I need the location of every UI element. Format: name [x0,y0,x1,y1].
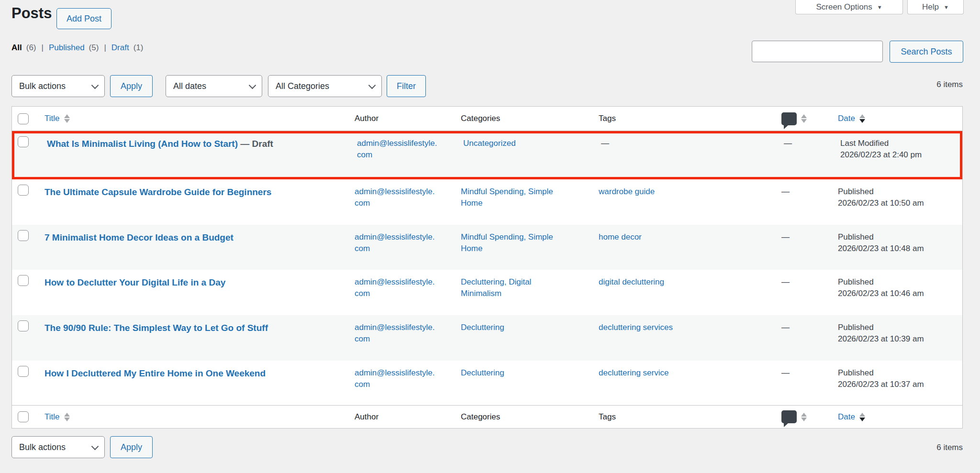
table-footer-row: Title Author Categories Tags Date [12,405,962,428]
select-post-checkbox[interactable] [18,366,29,377]
sort-arrows-icon [859,413,865,421]
post-tags-link[interactable]: decluttering services [599,323,673,332]
page-title: Posts [11,5,52,22]
post-author-link[interactable]: admin@lessislifestyle.com [355,186,437,209]
comment-bubble-icon [781,410,797,423]
post-tags-link[interactable]: wardrobe guide [599,187,655,196]
post-row: The 90/90 Rule: The Simplest Way to Let … [12,315,962,361]
column-comments-sort[interactable] [781,410,807,423]
bulk-actions-value: Bulk actions [19,81,66,91]
column-author: Author [355,114,379,123]
post-date-status: Last Modified [840,138,960,149]
post-date-status: Published [838,367,958,379]
add-post-button[interactable]: Add Post [56,8,111,29]
post-tags-link[interactable]: home decor [599,232,642,242]
chevron-down-icon [91,81,99,89]
select-all-checkbox[interactable] [18,411,29,422]
post-categories-link[interactable]: Decluttering [461,367,567,379]
view-all-link[interactable]: All [11,43,22,53]
caret-down-icon: ▼ [944,4,949,10]
table-header-row: Title Author Categories Tags Date [12,107,962,131]
post-title-link[interactable]: The 90/90 Rule: The Simplest Way to Let … [45,323,268,333]
screen-options-button[interactable]: Screen Options ▼ [795,0,903,14]
help-button[interactable]: Help ▼ [907,0,964,14]
search-posts-button[interactable]: Search Posts [890,41,963,63]
sort-arrows-icon [859,114,865,123]
post-row: The Ultimate Capsule Wardrobe Guide for … [12,179,962,225]
post-date-value: 2026/02/23 at 10:39 am [838,333,958,345]
sort-arrows-icon [801,413,807,421]
column-categories: Categories [461,114,500,123]
post-row: 7 Minimalist Home Decor Ideas on a Budge… [12,225,962,270]
bulk-actions-select[interactable]: Bulk actions [11,436,105,458]
column-tags: Tags [599,412,616,422]
select-post-checkbox[interactable] [18,320,29,331]
apply-button[interactable]: Apply [110,75,153,97]
post-date-value: 2026/02/23 at 10:48 am [838,243,958,254]
post-title-link[interactable]: The Ultimate Capsule Wardrobe Guide for … [45,187,271,197]
filter-button[interactable]: Filter [387,75,426,97]
post-author-link[interactable]: admin@lessislifestyle.com [355,367,437,390]
sort-arrows-icon [64,114,70,123]
post-author-link[interactable]: admin@lessislifestyle.com [355,276,437,299]
post-title-link[interactable]: How to Declutter Your Digital Life in a … [45,277,225,287]
apply-button[interactable]: Apply [110,436,153,458]
search-input[interactable] [752,41,883,62]
post-tags-value: — [601,139,609,148]
post-categories-link[interactable]: Uncategorized [463,138,569,149]
post-title-link[interactable]: What Is Minimalist Living (And How to St… [47,139,238,149]
select-post-checkbox[interactable] [18,136,29,147]
post-tags-link[interactable]: decluttering service [599,368,668,377]
chevron-down-icon [249,81,256,89]
post-comments-value: — [781,232,790,242]
post-categories-link[interactable]: Mindful Spending, Simple Home [461,186,567,209]
column-comments-sort[interactable] [781,112,807,125]
post-categories-link[interactable]: Mindful Spending, Simple Home [461,231,567,254]
post-author-link[interactable]: admin@lessislifestyle.com [355,231,437,254]
select-post-checkbox[interactable] [18,230,29,241]
dates-filter-select[interactable]: All dates [166,75,262,97]
column-title-sort[interactable]: Title [45,412,70,422]
post-state-label: — Draft [238,139,273,149]
post-comments-value: — [781,368,790,377]
post-date-value: 2026/02/23 at 10:50 am [838,198,958,209]
column-date-sort[interactable]: Date [838,412,865,422]
view-published-link[interactable]: Published [49,43,85,53]
sort-arrows-icon [64,413,70,421]
column-author: Author [355,412,379,422]
post-author-link[interactable]: admin@lessislifestyle.com [357,138,439,161]
post-date-status: Published [838,276,958,288]
select-all-checkbox[interactable] [18,113,29,124]
chevron-down-icon [368,81,376,89]
select-post-checkbox[interactable] [18,185,29,196]
view-draft-count: (1) [134,43,144,53]
post-categories-link[interactable]: Decluttering [461,322,567,333]
view-draft-link[interactable]: Draft [111,43,129,53]
posts-table: Title Author Categories Tags Date [11,106,963,429]
post-categories-link[interactable]: Decluttering, Digital Minimalism [461,276,567,299]
caret-down-icon: ▼ [877,4,882,10]
bulk-actions-select[interactable]: Bulk actions [11,75,105,97]
post-title-link[interactable]: How I Decluttered My Entire Home in One … [45,368,266,378]
post-row: How I Decluttered My Entire Home in One … [12,361,962,405]
post-comments-value: — [781,277,790,286]
post-date-value: 2026/02/23 at 2:40 pm [840,149,960,161]
view-all-count: (6) [26,43,36,53]
views-filter: All (6) | Published (5) | Draft (1) [11,43,143,53]
post-tags-link[interactable]: digital decluttering [599,277,664,286]
select-post-checkbox[interactable] [18,275,29,286]
post-date-value: 2026/02/23 at 10:37 am [838,379,958,390]
help-label: Help [922,2,939,12]
views-separator: | [103,43,107,53]
post-date-value: 2026/02/23 at 10:46 am [838,288,958,299]
views-separator: | [41,43,45,53]
dates-filter-value: All dates [173,81,206,91]
post-date-status: Published [838,231,958,243]
column-date-sort[interactable]: Date [838,114,865,123]
categories-filter-select[interactable]: All Categories [268,75,382,97]
post-title-link[interactable]: 7 Minimalist Home Decor Ideas on a Budge… [45,232,234,242]
post-comments-value: — [781,323,790,332]
column-title-sort[interactable]: Title [45,114,70,123]
post-author-link[interactable]: admin@lessislifestyle.com [355,322,437,345]
column-categories: Categories [461,412,500,422]
